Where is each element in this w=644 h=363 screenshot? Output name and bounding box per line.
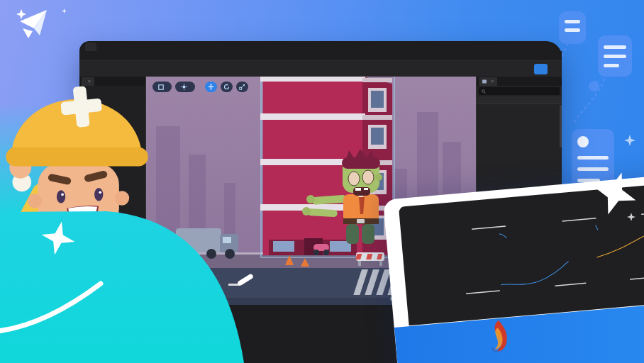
- editor-menubar: [79, 51, 562, 61]
- brand-logo: [16, 7, 70, 40]
- scrollbar[interactable]: [560, 105, 562, 147]
- map-doc-tab[interactable]: [85, 43, 96, 51]
- rotate-icon: [223, 84, 230, 90]
- connector-dot: [589, 81, 599, 91]
- paper-plane-logo-icon: [16, 7, 51, 40]
- close-icon[interactable]: ×: [491, 79, 494, 84]
- worker-mascot: [0, 61, 155, 244]
- watermark-flame-logo: [486, 319, 511, 354]
- lighting-toggle[interactable]: [175, 82, 195, 92]
- four-point-star-icon: [593, 172, 637, 216]
- search-icon: [482, 89, 486, 94]
- move-icon: [208, 84, 214, 90]
- rotate-tool-button[interactable]: [221, 82, 233, 92]
- lighting-icon: [181, 84, 187, 90]
- sparkle-icon: [627, 213, 635, 221]
- panel-icon: [482, 79, 487, 84]
- publish-button[interactable]: [534, 64, 548, 74]
- outliner-search-input[interactable]: [479, 87, 560, 95]
- four-point-star-icon: [41, 221, 75, 255]
- promo-banner: ×: [0, 0, 644, 363]
- outliner-tab[interactable]: ×: [479, 77, 497, 86]
- brand-subtitle: [58, 9, 70, 13]
- doc-card-icon: [559, 11, 586, 44]
- scale-icon: [239, 84, 245, 90]
- editor-titlebar: [79, 41, 562, 51]
- sparkle-icon: [62, 9, 67, 13]
- hero-line1: [37, 221, 75, 255]
- doc-card-icon: [598, 35, 632, 77]
- sparkle-icon: [624, 135, 635, 146]
- scale-tool-button[interactable]: [236, 82, 248, 92]
- move-tool-button[interactable]: [205, 82, 217, 92]
- perspective-icon: [158, 84, 164, 90]
- outliner-columns: [477, 96, 562, 104]
